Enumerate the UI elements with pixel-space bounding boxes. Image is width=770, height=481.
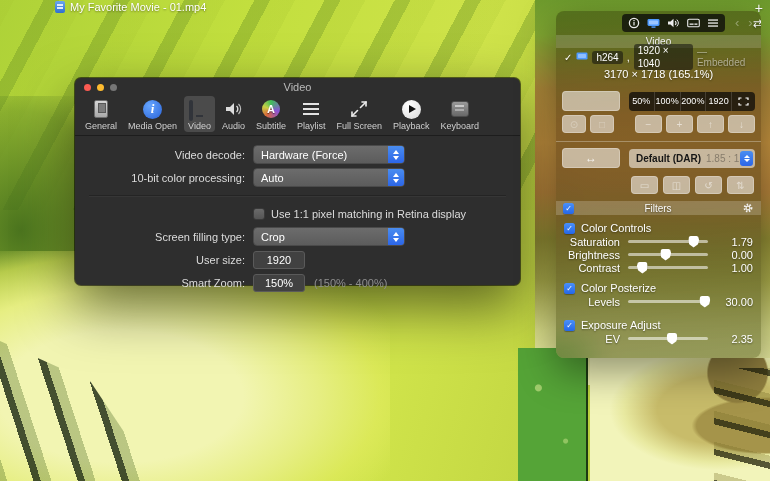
contrast-slider[interactable] [628, 266, 708, 269]
tool-icon: □ [599, 119, 605, 130]
ev-slider-row: EV 2.35 [556, 332, 761, 345]
tab-full-screen[interactable]: Full Screen [333, 96, 387, 132]
plus-icon[interactable]: + [755, 0, 763, 16]
tab-subtitle[interactable]: A Subtitle [252, 96, 290, 132]
tab-media-open[interactable]: i Media Open [124, 96, 181, 132]
tenbit-value: Auto [261, 172, 284, 184]
filters-title: Filters [574, 203, 742, 214]
close-button[interactable] [84, 84, 91, 91]
info-tab-icon[interactable] [628, 17, 640, 29]
size-tool-button-2[interactable]: □ [590, 115, 614, 133]
brightness-slider[interactable] [628, 253, 708, 256]
tab-audio[interactable]: Audio [218, 96, 249, 132]
rotate-icon: ↺ [704, 180, 712, 191]
slider-value: 2.35 [716, 333, 753, 345]
prefs-form: Video decode: Hardware (Force) 10-bit co… [75, 136, 520, 293]
tab-label: Playback [393, 121, 430, 131]
aspect-stretch-button[interactable]: ↔ [562, 148, 620, 168]
contrast-slider-row: Contrast 1.00 [556, 261, 761, 274]
slider-label: Saturation [556, 236, 620, 248]
flip-icon: ⇅ [736, 180, 744, 191]
subtitle-tab-icon[interactable] [687, 17, 700, 29]
video-decode-row: Video decode: Hardware (Force) [75, 144, 520, 165]
panel-nav-chevrons: ‹ › [735, 17, 753, 29]
filters-enabled-checkbox[interactable]: ✓ [563, 203, 574, 214]
screen-filling-popup[interactable]: Crop [253, 227, 405, 246]
segment-50[interactable]: 50% [629, 92, 654, 111]
slider-thumb[interactable] [699, 296, 710, 308]
saturation-slider[interactable] [628, 240, 708, 243]
playlist-tab-icon[interactable] [707, 17, 719, 29]
tab-playback[interactable]: Playback [389, 96, 434, 132]
segment-200[interactable]: 200% [680, 92, 706, 111]
info-circle-icon: i [143, 100, 162, 119]
retina-checkbox[interactable] [253, 208, 265, 220]
rotate-button[interactable]: ↺ [695, 176, 722, 194]
tab-label: Media Open [128, 121, 177, 131]
screen-filling-row: Screen filling type: Crop [75, 226, 520, 247]
slider-thumb[interactable] [688, 236, 699, 248]
move-up-button[interactable]: ↑ [697, 115, 724, 133]
user-size-field[interactable]: 1920 [253, 251, 305, 269]
smart-zoom-label: Smart Zoom: [75, 277, 245, 289]
segment-100[interactable]: 100% [654, 92, 680, 111]
segment-1920[interactable]: 1920 [705, 92, 731, 111]
tool-icon: ⊙ [570, 119, 578, 130]
rotate-flip-row: ▭ ◫ ↺ ⇅ [556, 176, 761, 194]
slider-thumb[interactable] [637, 262, 648, 274]
shuffle-icon[interactable]: ⇄ [753, 17, 761, 30]
move-down-button[interactable]: ↓ [728, 115, 755, 133]
tab-general[interactable]: General [81, 96, 121, 132]
retina-row: Use 1:1 pixel matching in Retina display [75, 203, 520, 224]
horizontal-arrows-icon: ↔ [585, 151, 597, 165]
size-decrease-button[interactable]: − [635, 115, 662, 133]
mirror-button[interactable]: ◫ [663, 176, 690, 194]
video-track-row[interactable]: ✓ h264 , 1920 × 1040 — Embedded [556, 49, 761, 65]
size-tool-button-1[interactable]: ⊙ [562, 115, 586, 133]
smart-zoom-row: Smart Zoom: 150% (150% - 400%) [75, 272, 520, 293]
general-switch-icon [94, 100, 108, 118]
minus-icon: − [646, 119, 652, 130]
minimize-button[interactable] [97, 84, 104, 91]
slider-label: EV [556, 333, 620, 345]
slider-thumb[interactable] [660, 249, 671, 261]
crop-button[interactable]: ▭ [631, 176, 658, 194]
size-increase-button[interactable]: + [666, 115, 693, 133]
gear-icon[interactable] [742, 202, 754, 214]
codec-chip: h264 [592, 51, 622, 64]
window-size-row: 50% 100% 200% 1920 [556, 91, 761, 111]
prefs-toolbar: General i Media Open Video Audio A Subti… [75, 94, 520, 136]
chevron-left-icon[interactable]: ‹ [735, 17, 739, 29]
color-posterize-checkbox[interactable]: ✓ [564, 283, 575, 294]
aspect-ratio-row: ↔ Default (DAR) 1.85 : 1 [556, 148, 761, 168]
tab-playlist[interactable]: Playlist [293, 96, 330, 132]
tab-keyboard[interactable]: Keyboard [437, 96, 484, 132]
tenbit-popup[interactable]: Auto [253, 168, 405, 187]
crop-icon: ▭ [640, 180, 649, 191]
video-decode-value: Hardware (Force) [261, 149, 347, 161]
smart-zoom-field[interactable]: 150% [253, 274, 305, 292]
flip-button[interactable]: ⇅ [727, 176, 754, 194]
arrow-down-icon: ↓ [739, 119, 744, 130]
levels-slider[interactable] [628, 300, 708, 303]
size-adjust-row: ⊙ □ − + ↑ ↓ [556, 115, 761, 133]
color-controls-checkbox[interactable]: ✓ [564, 223, 575, 234]
aspect-ratio-popup[interactable]: Default (DAR) 1.85 : 1 [629, 149, 755, 168]
keyboard-key-icon [451, 101, 469, 117]
video-decode-popup[interactable]: Hardware (Force) [253, 145, 405, 164]
audio-tab-icon[interactable] [667, 17, 680, 29]
size-action-button[interactable] [562, 91, 620, 111]
slider-label: Contrast [556, 262, 620, 274]
slider-thumb[interactable] [667, 333, 678, 345]
slider-value: 1.79 [716, 236, 753, 248]
levels-slider-row: Levels 30.00 [556, 295, 761, 308]
ev-slider[interactable] [628, 337, 708, 340]
popup-stepper-icon [388, 146, 404, 163]
video-tab-icon[interactable] [647, 17, 660, 29]
exposure-adjust-checkbox[interactable]: ✓ [564, 320, 575, 331]
fit-screen-icon[interactable] [731, 92, 755, 111]
traffic-lights [84, 84, 117, 91]
brightness-slider-row: Brightness 0.00 [556, 248, 761, 261]
tab-label: Full Screen [337, 121, 383, 131]
tab-video[interactable]: Video [184, 96, 215, 132]
